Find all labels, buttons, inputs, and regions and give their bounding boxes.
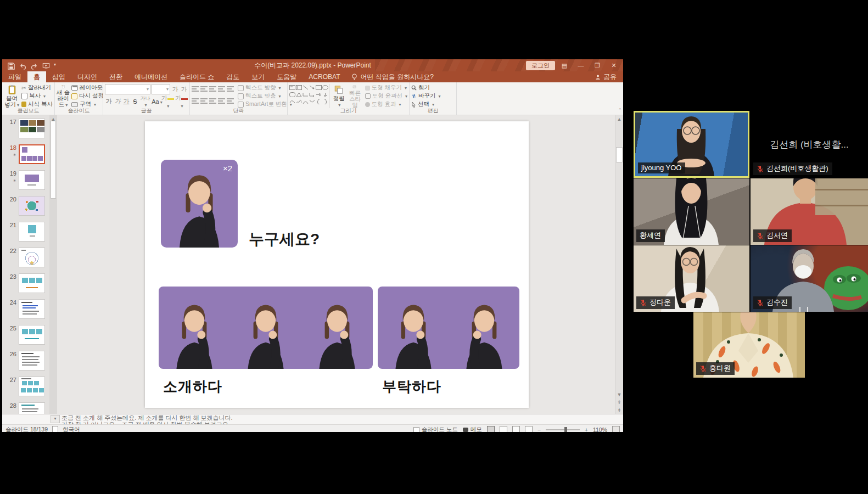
layout-button[interactable]: 레이아웃 (71, 84, 108, 92)
thumbnail-scrollbar-thumb[interactable] (51, 121, 56, 199)
thumbnail-scrollbar[interactable]: ▲ (49, 115, 57, 414)
arrange-button[interactable]: 정렬 (332, 84, 346, 108)
strikethrough-button[interactable]: S (131, 98, 139, 105)
align-center-icon[interactable] (200, 98, 208, 104)
shape-outline-button[interactable]: 도형 윤곽선 (365, 92, 407, 100)
editor-scrollbar[interactable]: ⌃ ▲ ▼ ⇞ ⇟ (615, 115, 623, 414)
tab-help[interactable]: 도움말 (271, 71, 303, 82)
video-tile-kim-seoyeon[interactable]: 김서연 (751, 178, 868, 245)
tab-home[interactable]: 홈 (27, 71, 46, 82)
line-spacing-icon[interactable] (227, 86, 234, 92)
tab-view[interactable]: 보기 (245, 71, 271, 82)
font-size-combobox[interactable] (152, 84, 170, 94)
tab-acrobat[interactable]: ACROBAT (303, 71, 346, 82)
increase-indent-icon[interactable] (218, 86, 225, 92)
tab-insert[interactable]: 삽입 (46, 71, 71, 82)
video-tile-hwang-seyeon[interactable]: 황세연 (634, 178, 749, 245)
collapse-ribbon-icon[interactable]: ⌃ (618, 108, 622, 113)
slideshow-view-button[interactable] (525, 426, 533, 432)
tab-transitions[interactable]: 전환 (103, 71, 128, 82)
shapes-gallery[interactable] (289, 84, 330, 108)
redo-icon[interactable] (31, 62, 38, 69)
customize-qat-icon[interactable]: ▾ (54, 62, 58, 69)
tab-file[interactable]: 파일 (2, 71, 27, 82)
underline-button[interactable]: 가 (122, 97, 130, 105)
thumbnail-slide-25[interactable]: 25 (2, 325, 49, 351)
tell-me-box[interactable]: 어떤 작업을 원하시나요? (346, 71, 439, 82)
highlight-color-button[interactable]: 가 (161, 94, 174, 109)
grow-font-button[interactable]: 가 (171, 85, 179, 93)
share-button[interactable]: 공유 (589, 71, 623, 82)
justify-icon[interactable] (218, 98, 225, 104)
align-text-button[interactable]: 텍스트 맞춤 (238, 92, 292, 100)
cut-button[interactable]: ✂잘라내기 (21, 84, 53, 92)
numbering-icon[interactable] (200, 86, 208, 92)
normal-view-button[interactable] (487, 426, 495, 432)
sign-image-question[interactable]: ×2 (161, 160, 238, 248)
notes-collapse-icon[interactable]: ▾ (51, 415, 60, 423)
restore-button[interactable]: ❐ (590, 60, 604, 70)
next-slide-button[interactable]: ⇟ (617, 406, 621, 414)
align-right-icon[interactable] (209, 98, 216, 104)
slide-question-text[interactable]: 누구세요? (249, 229, 320, 250)
login-button[interactable]: 로그인 (526, 61, 555, 70)
quick-styles-button[interactable]: 빠른 스타일 (348, 84, 362, 108)
start-slideshow-icon[interactable] (42, 62, 49, 69)
sign-image-request[interactable] (378, 287, 519, 369)
columns-icon[interactable] (227, 98, 234, 104)
slide-editor[interactable]: ×2 누구세요? (57, 115, 623, 414)
thumbnail-slide-19[interactable]: 19✶ (2, 170, 49, 196)
fit-to-window-button[interactable] (612, 426, 620, 432)
find-button[interactable]: 찾기 (411, 84, 441, 92)
close-button[interactable]: ✕ (607, 60, 621, 70)
language-status[interactable]: 한국어 (63, 426, 80, 433)
italic-button[interactable]: 가 (114, 97, 121, 105)
align-left-icon[interactable] (192, 98, 199, 104)
thumbnail-slide-26[interactable]: 26 (2, 351, 49, 377)
caption-introduce[interactable]: 소개하다 (163, 377, 222, 396)
replace-button[interactable]: 바꾸기 (411, 92, 441, 100)
tab-design[interactable]: 디자인 (71, 71, 103, 82)
zoom-out-button[interactable]: − (537, 426, 541, 433)
bullets-icon[interactable] (192, 86, 199, 92)
thumbnail-slide-27[interactable]: 27 (2, 377, 49, 402)
bold-button[interactable]: 가 (105, 97, 113, 105)
thumbnail-slide-17[interactable]: 17 (2, 119, 49, 144)
character-spacing-button[interactable]: 가나 (140, 95, 150, 108)
video-tile-kim-sujin[interactable]: 김수진 (751, 245, 868, 312)
paste-button[interactable]: 붙여넣기 (4, 84, 20, 108)
video-tile-hong-dawon[interactable]: 홍다원 (693, 312, 805, 378)
thumbnail-slide-28[interactable]: 28 (2, 402, 49, 414)
zoom-slider-knob[interactable] (564, 427, 567, 433)
new-slide-button[interactable]: 새 슬라이드 (57, 84, 70, 108)
video-tile-jung-dawoon[interactable]: 정다운 (634, 245, 749, 312)
comments-toggle-button[interactable]: 메모 (463, 426, 482, 433)
reading-view-button[interactable] (512, 426, 520, 432)
change-case-button[interactable]: Aa (152, 98, 160, 105)
proofing-status-icon[interactable] (52, 426, 58, 432)
slide-canvas[interactable]: ×2 누구세요? (145, 121, 529, 408)
previous-slide-button[interactable]: ⇞ (617, 398, 621, 406)
thumbnail-slide-22[interactable]: 22 (2, 248, 49, 273)
save-icon[interactable] (8, 62, 15, 69)
tab-animations[interactable]: 애니메이션 (128, 71, 173, 82)
minimize-button[interactable]: — (574, 60, 588, 70)
sign-image-introduce[interactable] (159, 287, 373, 369)
thumbnail-slide-24[interactable]: 24 (2, 299, 49, 325)
text-direction-button[interactable]: 텍스트 방향 (238, 84, 292, 92)
zoom-level[interactable]: 110% (593, 426, 607, 433)
tab-slideshow[interactable]: 슬라이드 쇼 (173, 71, 220, 82)
scroll-up-icon[interactable]: ▲ (617, 115, 622, 123)
video-tile-kim-sunhee[interactable]: 김선희 (비호생활... 김선희(비호생활관) (751, 111, 868, 178)
thumbnail-slide-21[interactable]: 21 (2, 222, 49, 248)
thumbnail-slide-20[interactable]: 20 (2, 196, 49, 222)
ribbon-display-options-icon[interactable]: ▤ (557, 60, 572, 70)
notes-pane[interactable]: ▾ 조금 전 소개 해 주셨는데요. 제 소개를 다시 한번 해 보겠습니다. … (2, 414, 623, 424)
thumbnail-slide-18[interactable]: 18✶ (2, 144, 49, 170)
scroll-down-icon[interactable]: ▼ (617, 391, 622, 398)
font-name-combobox[interactable] (105, 84, 150, 94)
zoom-in-button[interactable]: + (585, 426, 588, 433)
decrease-indent-icon[interactable] (209, 86, 216, 92)
shape-fill-button[interactable]: 도형 채우기 (365, 84, 407, 92)
undo-icon[interactable] (19, 62, 26, 69)
